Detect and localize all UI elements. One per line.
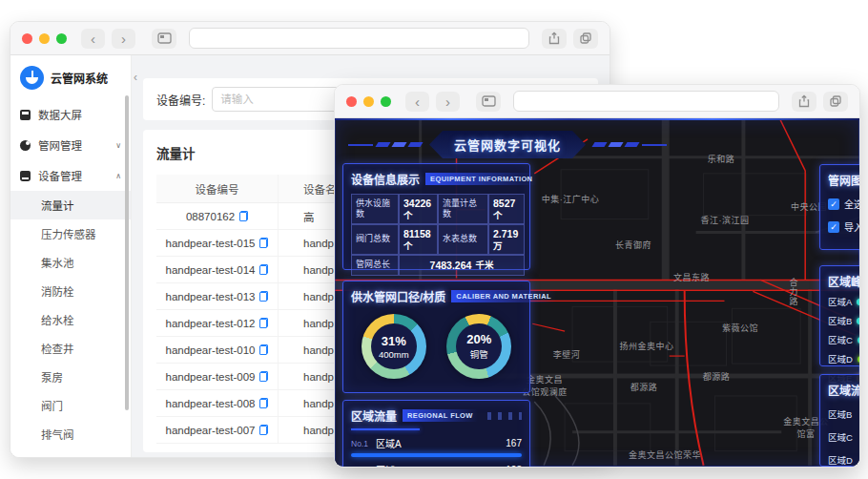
donut-label: 铜管 (470, 347, 488, 361)
equipment-stats-grid: 供水设施数34226个流量计总数8527个阀门总数81158个水表总数2.719… (351, 194, 522, 276)
region-label: 区域A (376, 436, 506, 450)
device-icon (20, 171, 31, 181)
donut-percent: 31% (382, 334, 406, 348)
panel-header: 供水管网口径/材质 CALIBER AND MATERIAL (351, 288, 522, 304)
map-place-label: 金奥文昌公馆荣华 (629, 448, 701, 461)
stat-unit: 千米 (475, 260, 493, 270)
title-underline (351, 428, 420, 430)
toggle-switch[interactable] (858, 356, 859, 363)
flow-value: 167 (506, 438, 522, 448)
checkbox-checked-icon[interactable]: ✓ (828, 221, 839, 233)
sidebar-item-label: 管网管理 (38, 137, 82, 153)
stat-label: 供水设施数 (351, 194, 399, 224)
tab-overview-icon[interactable] (152, 29, 176, 49)
device-code: handpear-test-008 (166, 398, 256, 409)
brand-logo-icon (20, 66, 44, 90)
sidebar-subitem[interactable]: 压力传感器 (10, 219, 131, 248)
sidebar-subitem[interactable]: 阀门 (10, 391, 131, 420)
flow-toggle-row[interactable]: 区域C (828, 430, 859, 444)
device-code-cell: 08870162 (156, 203, 279, 229)
forward-button[interactable]: › (112, 29, 135, 49)
copy-icon[interactable] (259, 398, 268, 408)
sidebar-subitem[interactable]: 流量计 (10, 191, 131, 219)
share-icon[interactable] (792, 92, 816, 112)
checkbox-row: ✓导入 (828, 219, 859, 234)
share-icon[interactable] (542, 29, 567, 49)
device-code: handpear-test-010 (166, 344, 256, 356)
maximize-traffic-light[interactable] (381, 96, 391, 107)
back-button[interactable]: ‹ (81, 29, 105, 49)
sidebar-item[interactable]: 设备管理∧ (10, 160, 131, 191)
toggle-switch[interactable] (857, 318, 859, 324)
sidebar-collapse-icon[interactable]: ‹ (134, 71, 137, 84)
panel-subtitle: CALIBER AND MATERIAL (451, 290, 556, 302)
checkbox-checked-icon[interactable]: ✓ (828, 198, 839, 210)
address-bar[interactable] (513, 91, 779, 112)
brand: 云管网系统 (10, 55, 131, 99)
copy-icon[interactable] (259, 425, 268, 435)
stat-label: 水表总数 (438, 224, 488, 255)
toggle-switch[interactable] (858, 337, 859, 344)
panel-title: 区域流量 (828, 382, 859, 398)
copy-icon[interactable] (259, 371, 268, 382)
sidebar-scrollbar[interactable] (125, 95, 129, 410)
stat-value: 2.719万 (488, 224, 525, 255)
flow-toggle-row[interactable]: 区域D (828, 453, 859, 467)
flow-toggle-rows: 区域B区域C区域D区域E (828, 407, 859, 467)
device-code: handpear-test-014 (166, 264, 256, 276)
stat-number: 8527 (493, 198, 520, 210)
address-bar[interactable] (189, 28, 529, 49)
close-traffic-light[interactable] (346, 96, 357, 107)
device-code-cell: handpear-test-012 (156, 310, 279, 336)
map-place-label: 乐和路 (708, 153, 735, 165)
flow-toggle-row[interactable]: 区域B (828, 407, 859, 421)
stat-number: 2.719 (493, 228, 520, 240)
dashboard-header: 云管网数字可视化 (348, 131, 667, 158)
sidebar-subitem[interactable]: 排气阀 (10, 420, 131, 448)
sidebar-subitem[interactable]: 检查井 (10, 334, 131, 363)
sidebar-submenu: 流量计压力传感器集水池消防栓给水栓检查井泵房阀门排气阀出水口水源井 (10, 191, 131, 458)
device-code-cell: handpear-test-008 (156, 390, 279, 416)
stat-unit: 个 (493, 210, 520, 220)
map-place-label: 紫薇公馆 (722, 322, 758, 334)
copy-icon[interactable] (259, 238, 268, 248)
copy-icon[interactable] (239, 211, 248, 221)
minimize-traffic-light[interactable] (363, 96, 374, 107)
sidebar-item[interactable]: 数据大屏 (10, 99, 131, 130)
back-button[interactable]: ‹ (405, 92, 429, 112)
maximize-traffic-light[interactable] (56, 33, 67, 44)
dashboard-title: 云管网数字可视化 (429, 131, 586, 158)
flow-bar (351, 453, 522, 457)
peak-row: 区域A (828, 295, 859, 308)
copy-tabs-icon[interactable] (573, 29, 598, 49)
forward-button[interactable]: › (436, 92, 460, 112)
copy-icon[interactable] (259, 318, 268, 328)
sidebar-subitem[interactable]: 出水口 (10, 448, 131, 458)
rank-label: No.2 (351, 466, 376, 468)
minimize-traffic-light[interactable] (39, 33, 50, 44)
map-place-label: 合力路 (788, 278, 800, 306)
tab-overview-icon[interactable] (476, 92, 501, 112)
device-code: handpear-test-007 (166, 425, 256, 436)
peak-row: 区域C (828, 333, 859, 346)
toggle-switch[interactable] (857, 299, 859, 305)
sidebar-item[interactable]: 管网管理∨ (10, 130, 131, 160)
device-code: handpear-test-015 (166, 238, 256, 249)
desktop-stage: ‹ › 云管网系统 ‹ 数据大屏管网管理∨设备管理∧流量计压力传感器集水池消防栓… (0, 0, 868, 479)
stat-value: 34226个 (399, 194, 438, 224)
device-code-cell: handpear-test-009 (156, 364, 279, 389)
copy-tabs-icon[interactable] (823, 92, 848, 112)
map-place-label: 中集·江广中心 (542, 193, 600, 205)
close-traffic-light[interactable] (22, 33, 32, 44)
sidebar-subitem[interactable]: 泵房 (10, 363, 131, 391)
stat-number: 34226 (403, 198, 433, 210)
copy-icon[interactable] (259, 344, 268, 355)
copy-icon[interactable] (259, 264, 268, 275)
sidebar-subitem[interactable]: 消防栓 (10, 277, 131, 305)
peak-row: 区域B (828, 314, 859, 327)
sidebar-subitem[interactable]: 集水池 (10, 248, 131, 277)
screen-icon (20, 110, 31, 120)
sidebar-subitem[interactable]: 给水栓 (10, 305, 131, 334)
copy-icon[interactable] (259, 291, 268, 302)
map-place-label: 都源路 (630, 381, 658, 393)
